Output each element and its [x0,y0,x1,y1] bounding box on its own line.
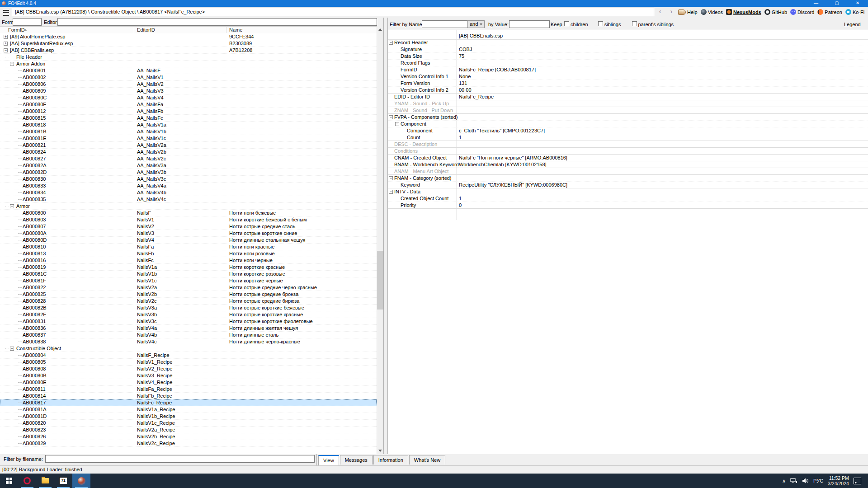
tree-group-row[interactable]: −Armor [0,203,377,210]
collapse-icon[interactable]: − [389,115,393,119]
record-row[interactable]: KeywordRecipeUtility "СЛУЖЕБНЫЙ" [KYWD:0… [388,182,868,188]
tree-row[interactable]: AB000808NailsV2_Recipe [0,366,377,372]
tree-row[interactable]: AB00081CNailsV1bНогти короткие розовые [0,271,377,277]
tree-row[interactable]: AB000805NailsV1_Recipe [0,359,377,366]
tree-group-row[interactable]: −Constructible Object [0,345,377,352]
tree-row[interactable]: AB000813NailsFbНогти ноги розовые [0,250,377,257]
column-header-name[interactable]: Name [229,27,242,33]
action-center-icon[interactable] [854,478,861,484]
tree-row[interactable]: AB00082ENailsV3bНогти острые короткие кр… [0,311,377,318]
taskbar-app-file-explorer[interactable] [36,474,54,488]
tree-row[interactable]: AB00082AAA_NailsV3a [0,162,377,169]
tray-overflow-icon[interactable]: ∧ [782,478,786,484]
legend-button[interactable]: Legend [844,22,861,27]
link-discord[interactable]: Discord [790,9,814,15]
tree-row[interactable]: AB000830AA_NailsV3c [0,176,377,183]
minimize-button[interactable]: — [806,0,826,7]
link-help[interactable]: Help [678,9,698,15]
record-row[interactable]: SignatureCOBJ [388,46,868,53]
column-header-formid[interactable]: FormID [8,27,25,33]
tree-row[interactable]: AB000823NailsV2a_Recipe [0,427,377,433]
tree-row[interactable]: AB00081EAA_NailsV1c [0,135,377,142]
record-row[interactable]: Count1 [388,134,868,141]
tree-row[interactable]: AB000836NailsV4aНогти длинные желтая чеш… [0,325,377,332]
expand-icon[interactable]: + [4,42,8,46]
taskbar-app-7-zip[interactable]: 7z [54,474,72,488]
collapse-icon[interactable]: − [10,347,14,351]
tree-row[interactable]: AB00080ANailsV3Ногти острые короткие син… [0,230,377,237]
tree-row[interactable]: AB00081DNailsV1b_Recipe [0,413,377,420]
tree-esp-row[interactable]: +[AA] SuperMutantRedux.espB2303089 [0,40,377,47]
expand-icon[interactable]: + [4,35,8,39]
tree-row[interactable]: AB000806AA_NailsV2 [0,81,377,88]
tree-row[interactable]: AB000803NailsV1Ногти короткие бежевый с … [0,216,377,223]
collapse-icon[interactable]: − [389,190,393,194]
tree-group-row[interactable]: −Armor Addon [0,61,377,67]
tree-row[interactable]: AB000815AA_NailsFc [0,115,377,122]
collapse-icon[interactable]: − [395,122,399,126]
close-button[interactable]: ✕ [847,0,868,7]
tree-row[interactable]: AB000833AA_NailsV4a [0,183,377,189]
checkbox-siblings[interactable] [598,21,603,26]
record-row[interactable]: −INTV - Data [388,188,868,195]
editorid-input[interactable] [57,18,377,26]
volume-icon[interactable] [802,478,809,484]
tree-row[interactable]: AB000822NailsV2aНогти острые средние чер… [0,284,377,291]
tree-row[interactable]: AB000801AA_NailsF [0,67,377,74]
tree-row[interactable]: AB00080BNailsV3_Recipe [0,372,377,379]
tree-row[interactable]: AB00080CAA_NailsV4 [0,94,377,101]
tree-row[interactable]: AB000821AA_NailsV2a [0,142,377,149]
tree-row[interactable]: AB000825NailsV2bНогти острые средние бро… [0,291,377,298]
breadcrumb[interactable]: [AB] CBBEnails.esp (A7B12208) \ Construc… [12,8,654,16]
tree-row[interactable]: AB00082BNailsV3aНогти острые короткие бе… [0,305,377,311]
start-button[interactable] [0,474,18,488]
record-row[interactable]: −Component [388,121,868,127]
tree-row[interactable]: AB00080ENailsV4_Recipe [0,379,377,386]
record-row[interactable]: DESC - Description [388,141,868,148]
tab-whatsnew[interactable]: What's New [409,455,445,465]
tab-information[interactable]: Information [373,455,408,465]
link-nexus[interactable]: NexusMods [726,9,761,15]
scroll-up-icon[interactable] [378,28,382,31]
forward-button[interactable]: › [667,8,675,16]
tree-row[interactable]: AB00081BAA_NailsV1b [0,128,377,135]
menu-icon[interactable] [3,10,9,16]
record-column-header[interactable]: [AB] CBBEnails.esp [388,32,868,40]
tab-messages[interactable]: Messages [340,455,373,465]
tree-row[interactable]: AB000818AA_NailsV1a [0,122,377,128]
record-row[interactable]: ZNAM - Sound - Put Down [388,107,868,114]
formid-input[interactable] [13,18,42,26]
tree-row[interactable]: AB000807NailsV2Ногти острые средние стал… [0,223,377,230]
tree-row[interactable]: AB000817NailsFc_Recipe [0,399,377,406]
link-kofi[interactable]: Ko-Fi [845,9,864,15]
record-row[interactable]: CNAM - Created ObjectNailsFc "Ногти ноги… [388,155,868,161]
collapse-icon[interactable]: − [389,176,393,180]
collapse-icon[interactable]: − [10,62,14,66]
collapse-icon[interactable]: − [10,204,14,208]
filter-operator-select[interactable]: and [467,20,485,28]
tree-row[interactable]: AB00081FNailsV1cНогти короткие черные [0,277,377,284]
scrollbar-thumb[interactable] [377,251,384,310]
record-row[interactable]: Componentc_Cloth "Текстиль" [CMPO:001223… [388,127,868,134]
record-row[interactable]: −FVPA - Components (sorted) [388,114,868,121]
tree-row[interactable]: AB000820NailsV1c_Recipe [0,420,377,427]
tree-row[interactable]: AB000831NailsV3cНогти острые короткие фи… [0,318,377,325]
taskbar-app-opera-gx[interactable] [18,474,36,488]
scroll-down-icon[interactable] [378,450,382,452]
tree-row[interactable]: AB000834AA_NailsV4b [0,189,377,196]
link-github[interactable]: GitHub [764,9,787,15]
network-icon[interactable] [790,478,797,484]
filter-by-name-input[interactable] [422,20,468,28]
record-row[interactable]: Priority0 [388,202,868,209]
tree-row[interactable]: AB000804NailsF_Recipe [0,352,377,359]
tree-row[interactable]: AB000829NailsV2c_Recipe [0,440,377,447]
record-row[interactable]: BNAM - Workbench KeywordWorkbenchChemlab… [388,161,868,168]
tree-row[interactable]: AB00082DAA_NailsV3b [0,169,377,176]
pane-splitter[interactable] [383,18,388,454]
record-row[interactable]: Version Control Info 1None [388,73,868,80]
tree-row[interactable]: AB000835AA_NailsV4c [0,196,377,203]
back-button[interactable]: ‹ [656,8,664,16]
collapse-icon[interactable]: − [4,48,8,52]
tree-esp-row[interactable]: +[A9] AlootHomePlate.esp9CCFE344 [0,33,377,40]
tree-row[interactable]: AB000827AA_NailsV2c [0,155,377,162]
